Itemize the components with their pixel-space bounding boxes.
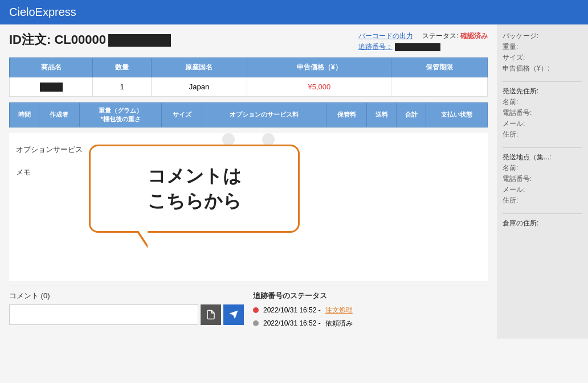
comment-input-row [9, 304, 244, 325]
sidebar-warehouse-section: 倉庫の住所: [503, 219, 582, 228]
cell-quantity: 1 [93, 77, 151, 97]
status-label: ステータス: [422, 32, 458, 40]
col-expiry: 保管期限 [391, 58, 488, 77]
send-button[interactable] [223, 304, 244, 325]
section-divider [9, 286, 488, 286]
sidebar-divider-2 [503, 147, 582, 148]
col-time: 時間 [10, 102, 39, 127]
content-area: ID注文: CL00000 バーコードの出力 ステータス: 確認済み 追跡番号： [0, 24, 497, 339]
sidebar-phone-2: 電話番号: [503, 174, 582, 184]
sidebar-name-1: 名前: [503, 97, 582, 107]
history-table-header-row: 時間 作成者 重量（グラム）*梱包後の重さ サイズ オプションのサービス料 保管… [10, 102, 488, 127]
tracking-status: 追跡番号のステータス 2022/10/31 16:52 - 注文処理 2022/… [253, 291, 488, 332]
col-quantity: 数量 [93, 58, 151, 77]
order-header-row: ID注文: CL00000 バーコードの出力 ステータス: 確認済み 追跡番号： [9, 31, 488, 52]
sidebar-size-label: サイズ: [503, 53, 582, 63]
sidebar-package-section: パッケージ: 重量: サイズ: 申告価格（¥）: [503, 31, 582, 73]
sidebar-shipping-address-label: 発送先住所: [503, 87, 582, 96]
send-icon [228, 310, 239, 320]
sidebar-warehouse-label: 倉庫の住所: [503, 219, 582, 228]
comment-title: コメント (0) [9, 291, 244, 301]
tracking-text-2: 依頼済み [325, 319, 353, 328]
tracking-entry-1: 2022/10/31 16:52 - 注文処理 [253, 306, 488, 315]
comment-tracking-section: コメント (0) 追跡番号のステータス 2022/10/31 16:52 - 注… [9, 291, 488, 332]
sidebar-shipping-address-section: 発送先住所: 名前: 電話番号: メール: 住所: [503, 87, 582, 139]
sidebar-email-1: メール: [503, 119, 582, 129]
cell-price: ¥5,000 [247, 77, 391, 97]
sidebar-divider-3 [503, 213, 582, 214]
cell-product [10, 77, 93, 97]
col-payment-status: 支払い状態 [426, 102, 488, 127]
option-service-label: オプションサービス [16, 145, 83, 155]
right-sidebar: パッケージ: 重量: サイズ: 申告価格（¥）: 発送先住所: 名前: 電話番号… [497, 24, 588, 339]
col-option-fee: オプションのサービス料 [202, 102, 326, 127]
tooltip-bubble: コメントは こちらから [89, 145, 300, 233]
col-author: 作成者 [39, 102, 80, 127]
logo-cielo: Cielo [9, 6, 35, 18]
tracking-time-2: 2022/10/31 16:52 - [263, 319, 321, 327]
tracking-label[interactable]: 追跡番号： [358, 42, 393, 52]
tracking-link-1[interactable]: 注文処理 [325, 306, 353, 315]
logo-express: Express [35, 6, 76, 18]
products-table: 商品名 数量 原産国名 申告価格（¥） 保管期限 1 Japan ¥5,000 [9, 57, 488, 97]
col-price: 申告価格（¥） [247, 58, 391, 77]
comment-input[interactable] [9, 304, 198, 325]
dot-gray [253, 320, 259, 326]
order-id-redacted [108, 34, 171, 47]
barcode-link[interactable]: バーコードの出力 [358, 32, 413, 40]
main-layout: ID注文: CL00000 バーコードの出力 ステータス: 確認済み 追跡番号： [0, 24, 588, 339]
order-meta: バーコードの出力 ステータス: 確認済み 追跡番号： [358, 31, 488, 52]
comment-left: コメント (0) [9, 291, 244, 332]
attach-button[interactable] [201, 304, 221, 325]
memo-label: メモ [16, 167, 31, 178]
sidebar-pickup-section: 発送地点（集...: 名前: 電話番号: メール: 住所: [503, 153, 582, 205]
content-section: オプションサービス メモ コメントは こちらから [9, 133, 488, 281]
sidebar-name-2: 名前: [503, 163, 582, 173]
order-id: ID注文: CL00000 [9, 31, 171, 48]
col-product: 商品名 [10, 58, 93, 77]
col-weight: 重量（グラム）*梱包後の重さ [79, 102, 162, 127]
history-table: 時間 作成者 重量（グラム）*梱包後の重さ サイズ オプションのサービス料 保管… [9, 102, 488, 127]
product-redacted [40, 83, 63, 92]
col-size: サイズ [162, 102, 202, 127]
sidebar-address-1: 住所: [503, 130, 582, 139]
sidebar-phone-1: 電話番号: [503, 108, 582, 118]
app-header: CieloExpress [0, 0, 588, 24]
tracking-number-redacted [395, 43, 440, 51]
sidebar-package-label: パッケージ: [503, 31, 582, 41]
tracking-time-1: 2022/10/31 16:52 - [263, 306, 321, 314]
tracking-entry-2: 2022/10/31 16:52 - 依頼済み [253, 319, 488, 328]
file-icon [206, 310, 216, 320]
sidebar-divider-1 [503, 81, 582, 82]
dot-red [253, 307, 259, 313]
cell-country: Japan [151, 77, 247, 97]
sidebar-address-2: 住所: [503, 196, 582, 205]
tracking-status-title: 追跡番号のステータス [253, 291, 488, 301]
col-shipping: 送料 [367, 102, 397, 127]
col-country: 原産国名 [151, 58, 247, 77]
sidebar-weight-label: 重量: [503, 42, 582, 52]
sidebar-pickup-label: 発送地点（集...: [503, 153, 582, 162]
sidebar-email-2: メール: [503, 185, 582, 195]
app-logo: CieloExpress [9, 6, 76, 19]
col-total: 合計 [397, 102, 426, 127]
tracking-row: 追跡番号： [358, 42, 488, 52]
table-row: 1 Japan ¥5,000 [10, 77, 488, 97]
sidebar-declared-price-label: 申告価格（¥）: [503, 64, 582, 73]
status-value: 確認済み [460, 32, 488, 40]
col-storage-fee: 保管料 [326, 102, 367, 127]
cell-expiry [391, 77, 488, 97]
tooltip-text: コメントは こちらから [113, 163, 275, 215]
products-table-header-row: 商品名 数量 原産国名 申告価格（¥） 保管期限 [10, 58, 488, 77]
